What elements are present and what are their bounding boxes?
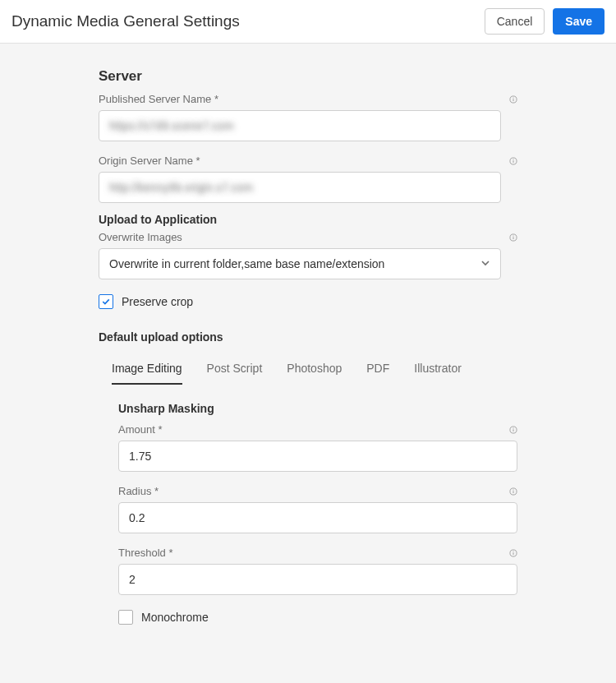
- published-server-value: https://s7d9.scene7.com: [109, 119, 234, 132]
- svg-rect-4: [513, 160, 514, 163]
- published-server-label: Published Server Name *: [99, 93, 218, 105]
- svg-rect-5: [513, 159, 514, 159]
- svg-rect-14: [513, 489, 514, 490]
- published-server-label-row: Published Server Name *: [99, 93, 517, 105]
- info-icon[interactable]: [509, 233, 517, 242]
- info-icon[interactable]: [509, 157, 517, 165]
- svg-rect-16: [513, 552, 514, 555]
- tab-post-script[interactable]: Post Script: [207, 362, 263, 385]
- amount-label-row: Amount *: [118, 423, 517, 436]
- info-icon[interactable]: [509, 95, 517, 104]
- origin-server-label-row: Origin Server Name *: [99, 155, 517, 167]
- amount-label: Amount *: [118, 423, 162, 436]
- info-icon[interactable]: [509, 426, 517, 434]
- origin-server-value: http://kenny9b.origin.s7.com: [109, 181, 253, 194]
- overwrite-label: Overwrite Images: [99, 231, 182, 243]
- published-server-input[interactable]: https://s7d9.scene7.com: [99, 110, 501, 141]
- radius-input[interactable]: [118, 502, 517, 533]
- svg-rect-7: [513, 237, 514, 239]
- server-heading: Server: [99, 68, 517, 85]
- monochrome-checkbox[interactable]: [118, 610, 133, 625]
- svg-rect-10: [513, 429, 514, 431]
- origin-server-label: Origin Server Name *: [99, 155, 200, 167]
- upload-heading: Upload to Application: [99, 213, 517, 226]
- tab-image-editing[interactable]: Image Editing: [112, 362, 182, 385]
- unsharp-heading: Unsharp Masking: [118, 402, 517, 415]
- svg-rect-1: [513, 99, 514, 101]
- overwrite-selected-value: Overwrite in current folder,same base na…: [109, 257, 384, 270]
- preserve-crop-label: Preserve crop: [122, 295, 193, 308]
- preserve-crop-row: Preserve crop: [99, 294, 517, 309]
- tab-pdf[interactable]: PDF: [366, 362, 389, 385]
- overwrite-select[interactable]: Overwrite in current folder,same base na…: [99, 248, 501, 279]
- monochrome-label: Monochrome: [141, 611, 209, 624]
- svg-rect-17: [513, 551, 514, 551]
- topbar-actions: Cancel Save: [485, 8, 605, 35]
- topbar: Dynamic Media General Settings Cancel Sa…: [0, 0, 616, 44]
- svg-rect-2: [513, 97, 514, 98]
- cancel-button[interactable]: Cancel: [485, 8, 545, 35]
- content: Server Published Server Name * https://s…: [99, 68, 517, 658]
- tab-body-image-editing: Unsharp Masking Amount * Radius * Thresh…: [99, 402, 517, 625]
- monochrome-row: Monochrome: [118, 610, 517, 625]
- tabs: Image Editing Post Script Photoshop PDF …: [99, 362, 517, 385]
- threshold-input[interactable]: [118, 564, 517, 595]
- threshold-label: Threshold *: [118, 547, 172, 559]
- default-upload-heading: Default upload options: [99, 330, 517, 344]
- info-icon[interactable]: [509, 549, 517, 557]
- svg-rect-8: [513, 235, 514, 236]
- tab-illustrator[interactable]: Illustrator: [414, 362, 462, 385]
- threshold-label-row: Threshold *: [118, 547, 517, 559]
- tab-photoshop[interactable]: Photoshop: [287, 362, 342, 385]
- svg-rect-13: [513, 491, 514, 493]
- origin-server-input[interactable]: http://kenny9b.origin.s7.com: [99, 172, 501, 203]
- overwrite-label-row: Overwrite Images: [99, 231, 517, 243]
- svg-rect-11: [513, 427, 514, 428]
- amount-input[interactable]: [118, 441, 517, 472]
- save-button[interactable]: Save: [553, 8, 605, 35]
- chevron-down-icon: [480, 257, 490, 270]
- radius-label: Radius *: [118, 485, 159, 497]
- preserve-crop-checkbox[interactable]: [99, 294, 113, 309]
- page-title: Dynamic Media General Settings: [11, 12, 240, 30]
- info-icon[interactable]: [509, 487, 517, 496]
- radius-label-row: Radius *: [118, 485, 517, 497]
